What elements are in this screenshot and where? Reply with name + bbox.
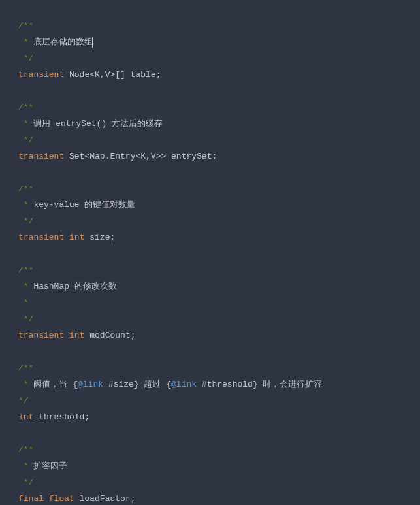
code-token: *	[18, 119, 33, 129]
code-line: */	[18, 133, 420, 149]
code-token: /**	[18, 445, 33, 455]
code-line: */	[18, 393, 420, 410]
code-token: *	[18, 200, 33, 210]
code-line: transient Set<Map.Entry<K,V>> entrySet;	[18, 149, 420, 165]
code-token: size;	[84, 233, 115, 242]
code-line: /**	[18, 263, 420, 279]
code-token: 阀值，当 {	[33, 380, 78, 389]
code-token: /**	[18, 363, 33, 373]
code-token: */	[18, 216, 33, 226]
code-line	[18, 246, 420, 263]
code-token: */	[18, 135, 33, 145]
code-token: 扩容因子	[33, 461, 67, 471]
code-token: transient	[18, 233, 64, 242]
code-token: HashMap 的修改次数	[33, 282, 116, 291]
code-token: #threshold} 时，会进行扩容	[197, 380, 322, 389]
code-token: */	[18, 314, 33, 324]
code-line: /**	[18, 361, 420, 377]
code-line: * 扩容因子	[18, 459, 420, 475]
code-line: * 底层存储的数组	[18, 35, 420, 51]
code-editor[interactable]: /** * 底层存储的数组 */transient Node<K,V>[] ta…	[18, 18, 420, 505]
code-token: loadFactor;	[74, 494, 136, 504]
code-token: */	[18, 478, 33, 487]
code-line: *	[18, 295, 420, 312]
code-token: *	[18, 298, 29, 308]
code-token: /**	[18, 265, 33, 275]
code-line: * HashMap 的修改次数	[18, 279, 420, 295]
code-token: 底层存储的数组	[33, 37, 93, 47]
code-line	[18, 426, 420, 442]
code-token: #size} 超过 {	[103, 380, 171, 389]
code-token: /**	[18, 184, 33, 194]
code-token: *	[18, 380, 33, 389]
code-line: */	[18, 51, 420, 67]
code-token: */	[18, 54, 33, 63]
code-token: int	[18, 412, 33, 422]
code-line: */	[18, 214, 420, 230]
code-token: */	[18, 396, 29, 406]
code-token: transient	[18, 70, 64, 80]
code-token: transient	[18, 152, 64, 161]
code-token	[64, 331, 69, 340]
text-cursor	[92, 37, 93, 48]
code-token: threshold;	[33, 412, 89, 422]
code-token: final	[18, 494, 44, 504]
code-line: transient Node<K,V>[] table;	[18, 67, 420, 84]
code-token: *	[18, 282, 33, 291]
code-line: final float loadFactor;	[18, 491, 420, 505]
code-token: key-value 的键值对数量	[33, 200, 135, 210]
code-line	[18, 344, 420, 361]
code-line: int threshold;	[18, 410, 420, 426]
code-token: /**	[18, 103, 33, 112]
code-token: Node<K,V>[] table;	[64, 70, 161, 80]
code-line: * 阀值，当 {@link #size} 超过 {@link #threshol…	[18, 377, 420, 393]
code-line: /**	[18, 182, 420, 198]
code-token: *	[18, 37, 33, 47]
code-token: modCount;	[84, 331, 135, 340]
code-token: @link	[78, 380, 103, 389]
code-line: /**	[18, 442, 420, 459]
code-line	[18, 165, 420, 182]
code-line: */	[18, 312, 420, 328]
code-line: transient int size;	[18, 230, 420, 246]
code-line	[18, 84, 420, 100]
code-token	[64, 233, 69, 242]
code-line: * 调用 entrySet() 方法后的缓存	[18, 116, 420, 133]
code-line: /**	[18, 18, 420, 35]
code-line: * key-value 的键值对数量	[18, 197, 420, 214]
code-token	[44, 494, 49, 504]
code-token: transient	[18, 331, 64, 340]
code-line: */	[18, 475, 420, 491]
code-token: /**	[18, 21, 33, 31]
code-token: *	[18, 461, 33, 471]
code-token: float	[49, 494, 74, 504]
code-line: transient int modCount;	[18, 328, 420, 344]
code-token: Set<Map.Entry<K,V>> entrySet;	[64, 152, 217, 161]
code-token: 调用 entrySet() 方法后的缓存	[33, 119, 163, 129]
code-token: int	[69, 331, 84, 340]
code-token: @link	[171, 380, 197, 389]
code-token: int	[69, 233, 84, 242]
code-line: /**	[18, 100, 420, 116]
